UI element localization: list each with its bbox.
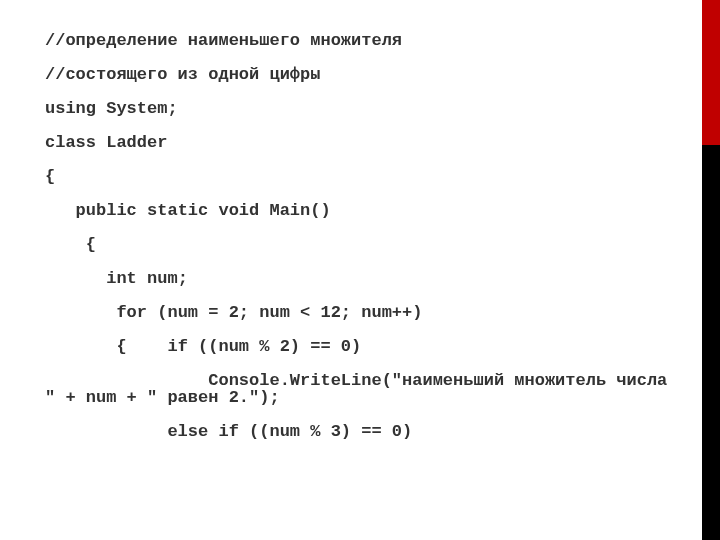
code-content: //определение наименьшего множителя //со… — [0, 0, 720, 440]
code-line: public static void Main() — [45, 202, 675, 219]
code-line: using System; — [45, 100, 675, 117]
code-line: //определение наименьшего множителя — [45, 32, 675, 49]
code-line: //состоящего из одной цифры — [45, 66, 675, 83]
code-line: class Ladder — [45, 134, 675, 151]
code-line: int num; — [45, 270, 675, 287]
code-line: for (num = 2; num < 12; num++) — [45, 304, 675, 321]
code-line: { — [45, 236, 675, 253]
accent-bar-black — [702, 145, 720, 540]
code-line: { — [45, 168, 675, 185]
accent-bar-red — [702, 0, 720, 145]
code-line: { if ((num % 2) == 0) — [45, 338, 675, 355]
code-line: else if ((num % 3) == 0) — [45, 423, 675, 440]
code-line: Console.WriteLine("наименьший множитель … — [45, 372, 675, 406]
